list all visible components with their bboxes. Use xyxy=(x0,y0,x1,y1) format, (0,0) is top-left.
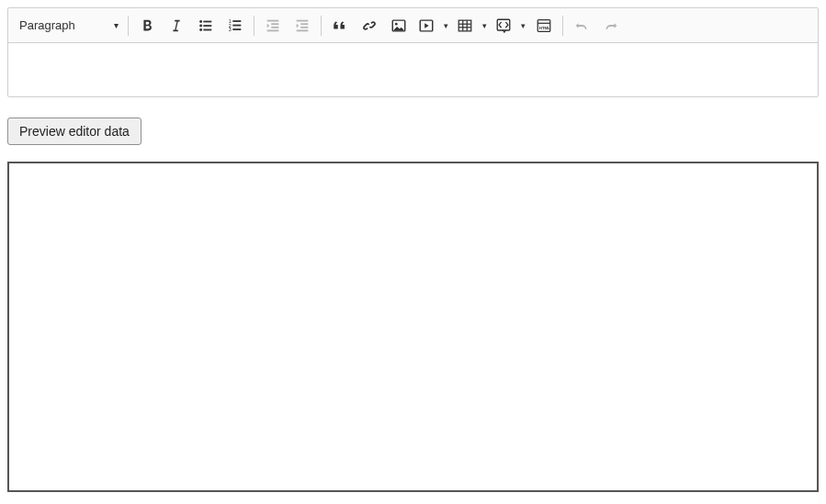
code-block-button[interactable]: ▾ xyxy=(491,12,529,39)
blockquote-icon xyxy=(332,17,348,34)
svg-rect-5 xyxy=(203,28,211,30)
heading-dropdown-label: Paragraph xyxy=(19,18,75,32)
svg-rect-9 xyxy=(232,20,241,22)
svg-text:HTML: HTML xyxy=(539,25,550,29)
toolbar-separator xyxy=(128,16,129,36)
svg-rect-11 xyxy=(232,28,241,30)
svg-point-0 xyxy=(199,20,202,23)
editor-container: Paragraph ▾ 123 xyxy=(7,7,819,97)
editor-toolbar: Paragraph ▾ 123 xyxy=(8,8,818,43)
svg-text:3: 3 xyxy=(229,27,232,32)
svg-rect-19 xyxy=(297,29,309,31)
svg-point-21 xyxy=(395,22,398,25)
editor-content-area[interactable] xyxy=(8,43,818,96)
decrease-indent-button[interactable] xyxy=(258,12,288,39)
svg-rect-10 xyxy=(232,24,241,26)
bulleted-list-button[interactable] xyxy=(191,12,221,39)
decrease-indent-icon xyxy=(265,17,281,34)
chevron-down-icon[interactable]: ▾ xyxy=(439,12,452,39)
bold-button[interactable] xyxy=(132,12,162,39)
italic-icon xyxy=(168,17,185,34)
increase-indent-button[interactable] xyxy=(288,12,317,39)
blockquote-button[interactable] xyxy=(325,12,355,39)
image-button[interactable] xyxy=(384,12,413,39)
undo-icon xyxy=(573,17,590,34)
svg-rect-13 xyxy=(271,23,278,25)
insert-table-button[interactable]: ▾ xyxy=(452,12,491,39)
bulleted-list-icon xyxy=(198,17,214,34)
undo-button[interactable] xyxy=(567,12,596,39)
redo-button[interactable] xyxy=(596,12,626,39)
heading-dropdown[interactable]: Paragraph ▾ xyxy=(10,12,124,39)
source-editing-button[interactable]: HTML xyxy=(529,12,559,39)
svg-rect-14 xyxy=(271,26,278,28)
preview-editor-data-button[interactable]: Preview editor data xyxy=(7,118,141,145)
numbered-list-button[interactable]: 123 xyxy=(221,12,250,39)
svg-rect-23 xyxy=(458,20,471,31)
chevron-down-icon[interactable]: ▾ xyxy=(516,12,529,39)
svg-rect-12 xyxy=(267,19,279,21)
svg-point-1 xyxy=(199,24,202,27)
toolbar-separator xyxy=(562,16,563,36)
svg-rect-17 xyxy=(300,23,308,25)
svg-rect-15 xyxy=(267,29,279,31)
svg-rect-16 xyxy=(297,19,309,21)
toolbar-separator xyxy=(321,16,322,36)
chevron-down-icon: ▾ xyxy=(114,20,119,30)
image-icon xyxy=(390,17,407,34)
insert-table-main[interactable] xyxy=(452,12,478,39)
svg-rect-4 xyxy=(203,25,211,27)
toolbar-separator xyxy=(254,16,255,36)
media-embed-button[interactable]: ▾ xyxy=(413,12,452,39)
numbered-list-icon: 123 xyxy=(227,17,243,34)
code-block-icon xyxy=(495,17,512,34)
svg-point-2 xyxy=(199,28,202,31)
link-button[interactable] xyxy=(355,12,384,39)
bold-icon xyxy=(139,17,155,34)
svg-rect-18 xyxy=(300,26,308,28)
html-source-icon: HTML xyxy=(536,17,552,34)
link-icon xyxy=(361,17,378,34)
redo-icon xyxy=(603,17,619,34)
code-block-main[interactable] xyxy=(491,12,516,39)
preview-output-box xyxy=(7,162,819,492)
chevron-down-icon[interactable]: ▾ xyxy=(478,12,491,39)
table-icon xyxy=(457,17,473,34)
svg-rect-3 xyxy=(203,20,211,22)
media-embed-icon xyxy=(418,17,435,34)
media-embed-main[interactable] xyxy=(413,12,439,39)
italic-button[interactable] xyxy=(162,12,191,39)
increase-indent-icon xyxy=(294,17,311,34)
